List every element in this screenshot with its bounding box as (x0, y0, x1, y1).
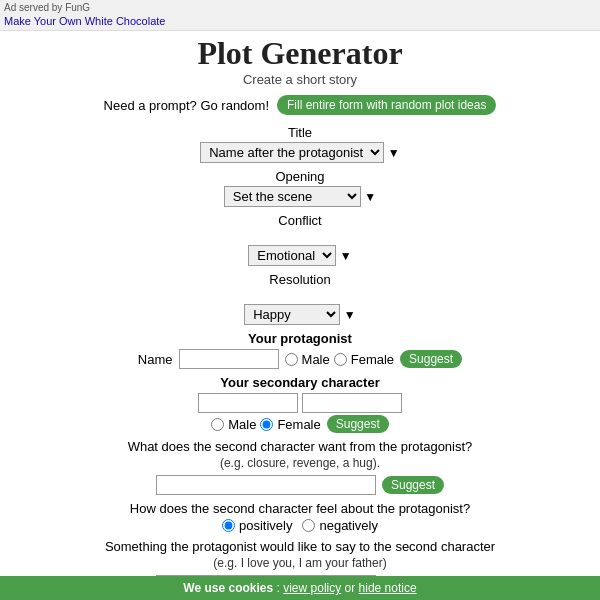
prompt-row: Need a prompt? Go random! Fill entire fo… (10, 95, 590, 115)
feel-about-section: How does the second character feel about… (10, 501, 590, 533)
secondary-section: Your secondary character Male Female Sug… (10, 375, 590, 433)
ad-link[interactable]: Make Your Own White Chocolate (4, 14, 596, 28)
conflict-select[interactable]: Emotional Physical Societal (248, 245, 336, 266)
what-wants-section: What does the second character want from… (10, 439, 590, 495)
name-label: Name (138, 352, 173, 367)
feel-positively-group: positively (222, 518, 292, 533)
protagonist-male-label: Male (302, 352, 330, 367)
feel-about-label: How does the second character feel about… (10, 501, 590, 516)
ad-served-by: Ad served by FunG (4, 2, 90, 13)
view-policy-link[interactable]: view policy (283, 581, 341, 595)
ad-bar: Ad served by FunG Make Your Own White Ch… (0, 0, 600, 31)
secondary-name2-input[interactable] (302, 393, 402, 413)
title-label: Title (10, 125, 590, 140)
feel-negatively-group: negatively (302, 518, 378, 533)
protagonist-section: Your protagonist Name Male Female Sugges… (10, 331, 590, 369)
resolution-select[interactable]: Happy Sad Ambiguous (244, 304, 340, 325)
title-select[interactable]: Name after the protagonist Name after th… (200, 142, 384, 163)
conflict-section: Conflict Emotional Physical Societal ▼ (10, 213, 590, 266)
protagonist-row: Name Male Female Suggest (10, 349, 590, 369)
secondary-female-label: Female (277, 417, 320, 432)
want-input[interactable] (156, 475, 376, 495)
feel-block: positively negatively (10, 518, 590, 533)
page-title: Plot Generator (10, 35, 590, 72)
secondary-name-input[interactable] (198, 393, 298, 413)
opening-section: Opening Set the scene Start with action … (10, 169, 590, 207)
secondary-male-radio[interactable] (211, 418, 224, 431)
protagonist-gender-group: Male Female (285, 352, 395, 367)
feel-negative-radio[interactable] (302, 519, 315, 532)
main-content: Plot Generator Create a short story Need… (0, 31, 600, 600)
feel-positive-radio[interactable] (222, 519, 235, 532)
resolution-label: Resolution (10, 272, 590, 287)
secondary-female-radio[interactable] (260, 418, 273, 431)
secondary-row (10, 393, 590, 413)
protagonist-label: Your protagonist (10, 331, 590, 346)
secondary-suggest-button[interactable]: Suggest (327, 415, 389, 433)
what-wants-label: What does the second character want from… (10, 439, 590, 454)
protagonist-female-radio[interactable] (334, 353, 347, 366)
want-desc: (e.g. closure, revenge, a hug). (220, 456, 380, 470)
opening-select[interactable]: Set the scene Start with action Start wi… (224, 186, 361, 207)
random-fill-button[interactable]: Fill entire form with random plot ideas (277, 95, 496, 115)
secondary-male-label: Male (228, 417, 256, 432)
want-block: (e.g. closure, revenge, a hug). Suggest (10, 456, 590, 495)
opening-label: Opening (10, 169, 590, 184)
cookie-text: We use cookies (183, 581, 273, 595)
resolution-section: Resolution Happy Sad Ambiguous ▼ (10, 272, 590, 325)
secondary-label: Your secondary character (10, 375, 590, 390)
hide-notice-link[interactable]: hide notice (359, 581, 417, 595)
title-section: Title Name after the protagonist Name af… (10, 125, 590, 163)
cookie-bar: We use cookies : view policy or hide not… (0, 576, 600, 600)
protagonist-female-label: Female (351, 352, 394, 367)
protagonist-suggest-button[interactable]: Suggest (400, 350, 462, 368)
feel-positive-label: positively (239, 518, 292, 533)
protagonist-male-radio[interactable] (285, 353, 298, 366)
want-suggest-button[interactable]: Suggest (382, 476, 444, 494)
say-label: Something the protagonist would like to … (10, 539, 590, 554)
feel-negative-label: negatively (319, 518, 378, 533)
subtitle: Create a short story (10, 72, 590, 87)
prompt-text: Need a prompt? Go random! (104, 98, 269, 113)
secondary-gender-group: Male Female (211, 417, 321, 432)
conflict-label: Conflict (10, 213, 590, 228)
cookie-or: or (345, 581, 356, 595)
protagonist-name-input[interactable] (179, 349, 279, 369)
say-desc: (e.g. I love you, I am your father) (213, 556, 386, 570)
